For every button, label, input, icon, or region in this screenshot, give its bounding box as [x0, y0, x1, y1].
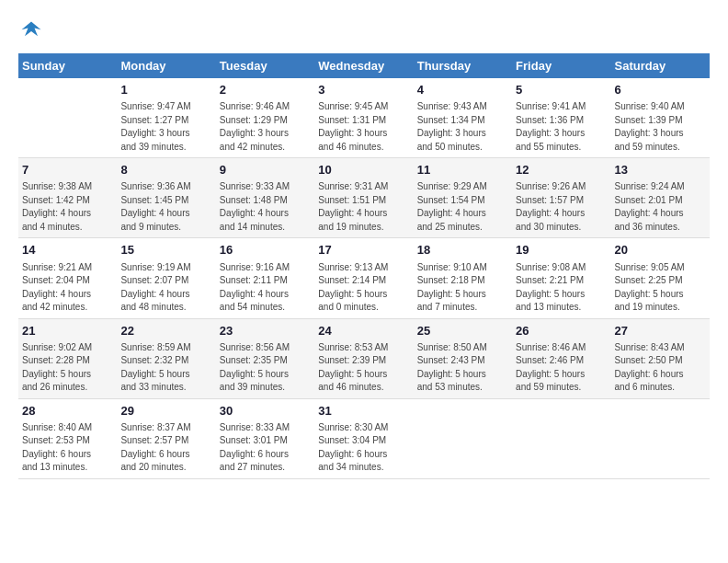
day-number: 16 [220, 242, 311, 259]
day-number: 28 [22, 403, 113, 419]
day-number: 17 [318, 242, 409, 259]
calendar-cell: 26Sunrise: 8:46 AM Sunset: 2:46 PM Dayli… [512, 318, 610, 398]
calendar-cell: 3Sunrise: 9:45 AM Sunset: 1:31 PM Daylig… [314, 78, 413, 158]
calendar-week-row: 1Sunrise: 9:47 AM Sunset: 1:27 PM Daylig… [18, 78, 710, 158]
day-info: Sunrise: 9:41 AM Sunset: 1:36 PM Dayligh… [516, 100, 607, 154]
page-header [18, 18, 710, 44]
day-number: 13 [615, 162, 706, 178]
calendar-cell: 12Sunrise: 9:26 AM Sunset: 1:57 PM Dayli… [512, 158, 610, 238]
day-number: 22 [120, 323, 211, 339]
day-number: 27 [615, 323, 706, 339]
weekday-header-wednesday: Wednesday [314, 53, 413, 78]
calendar-cell: 16Sunrise: 9:16 AM Sunset: 2:11 PM Dayli… [216, 238, 314, 318]
day-info: Sunrise: 8:53 AM Sunset: 2:39 PM Dayligh… [318, 341, 409, 395]
day-info: Sunrise: 9:47 AM Sunset: 1:27 PM Dayligh… [120, 100, 211, 154]
day-info: Sunrise: 8:50 AM Sunset: 2:43 PM Dayligh… [417, 341, 508, 395]
day-info: Sunrise: 9:31 AM Sunset: 1:51 PM Dayligh… [318, 180, 409, 234]
day-number: 24 [318, 323, 409, 339]
day-number: 14 [22, 242, 113, 259]
calendar-header: SundayMondayTuesdayWednesdayThursdayFrid… [18, 53, 710, 78]
calendar-cell: 14Sunrise: 9:21 AM Sunset: 2:04 PM Dayli… [18, 238, 117, 318]
day-info: Sunrise: 9:16 AM Sunset: 2:11 PM Dayligh… [220, 261, 311, 315]
calendar-cell: 30Sunrise: 8:33 AM Sunset: 3:01 PM Dayli… [216, 398, 314, 478]
logo [18, 18, 48, 44]
day-info: Sunrise: 8:46 AM Sunset: 2:46 PM Dayligh… [516, 341, 607, 395]
calendar-cell: 15Sunrise: 9:19 AM Sunset: 2:07 PM Dayli… [117, 238, 215, 318]
calendar-cell: 5Sunrise: 9:41 AM Sunset: 1:36 PM Daylig… [512, 78, 610, 158]
day-number: 3 [318, 82, 409, 98]
calendar-cell: 13Sunrise: 9:24 AM Sunset: 2:01 PM Dayli… [611, 158, 710, 238]
day-info: Sunrise: 9:19 AM Sunset: 2:07 PM Dayligh… [120, 261, 211, 315]
calendar-cell: 10Sunrise: 9:31 AM Sunset: 1:51 PM Dayli… [314, 158, 413, 238]
day-info: Sunrise: 9:24 AM Sunset: 2:01 PM Dayligh… [615, 180, 706, 234]
day-number: 18 [417, 242, 508, 259]
calendar-cell: 27Sunrise: 8:43 AM Sunset: 2:50 PM Dayli… [611, 318, 710, 398]
day-number: 21 [22, 323, 113, 339]
calendar-cell: 9Sunrise: 9:33 AM Sunset: 1:48 PM Daylig… [216, 158, 314, 238]
weekday-header-saturday: Saturday [611, 53, 710, 78]
calendar-cell [18, 78, 117, 158]
weekday-header-sunday: Sunday [18, 53, 117, 78]
logo-icon [18, 18, 44, 44]
day-number: 20 [615, 242, 706, 259]
calendar-week-row: 21Sunrise: 9:02 AM Sunset: 2:28 PM Dayli… [18, 318, 710, 398]
day-info: Sunrise: 8:30 AM Sunset: 3:04 PM Dayligh… [318, 421, 409, 475]
day-number: 30 [220, 403, 311, 419]
day-info: Sunrise: 9:13 AM Sunset: 2:14 PM Dayligh… [318, 261, 409, 315]
day-number: 29 [120, 403, 211, 419]
calendar-cell [611, 398, 710, 478]
weekday-header-friday: Friday [512, 53, 610, 78]
day-info: Sunrise: 9:46 AM Sunset: 1:29 PM Dayligh… [220, 100, 311, 154]
calendar-cell: 1Sunrise: 9:47 AM Sunset: 1:27 PM Daylig… [117, 78, 215, 158]
calendar-cell: 7Sunrise: 9:38 AM Sunset: 1:42 PM Daylig… [18, 158, 117, 238]
calendar-cell: 23Sunrise: 8:56 AM Sunset: 2:35 PM Dayli… [216, 318, 314, 398]
day-number: 23 [220, 323, 311, 339]
day-number: 25 [417, 323, 508, 339]
calendar-cell: 18Sunrise: 9:10 AM Sunset: 2:18 PM Dayli… [414, 238, 512, 318]
calendar-cell: 21Sunrise: 9:02 AM Sunset: 2:28 PM Dayli… [18, 318, 117, 398]
day-info: Sunrise: 9:33 AM Sunset: 1:48 PM Dayligh… [220, 180, 311, 234]
day-info: Sunrise: 8:59 AM Sunset: 2:32 PM Dayligh… [120, 341, 211, 395]
day-number: 12 [516, 162, 607, 178]
day-info: Sunrise: 9:45 AM Sunset: 1:31 PM Dayligh… [318, 100, 409, 154]
calendar-cell: 28Sunrise: 8:40 AM Sunset: 2:53 PM Dayli… [18, 398, 117, 478]
calendar-cell: 19Sunrise: 9:08 AM Sunset: 2:21 PM Dayli… [512, 238, 610, 318]
calendar-cell: 11Sunrise: 9:29 AM Sunset: 1:54 PM Dayli… [414, 158, 512, 238]
day-number: 1 [120, 82, 211, 98]
day-info: Sunrise: 9:02 AM Sunset: 2:28 PM Dayligh… [22, 341, 113, 395]
calendar-cell: 22Sunrise: 8:59 AM Sunset: 2:32 PM Dayli… [117, 318, 215, 398]
day-info: Sunrise: 9:21 AM Sunset: 2:04 PM Dayligh… [22, 261, 113, 315]
day-info: Sunrise: 8:43 AM Sunset: 2:50 PM Dayligh… [615, 341, 706, 395]
weekday-header-thursday: Thursday [414, 53, 512, 78]
day-info: Sunrise: 8:33 AM Sunset: 3:01 PM Dayligh… [220, 421, 311, 475]
calendar-cell: 17Sunrise: 9:13 AM Sunset: 2:14 PM Dayli… [314, 238, 413, 318]
day-number: 11 [417, 162, 508, 178]
calendar-body: 1Sunrise: 9:47 AM Sunset: 1:27 PM Daylig… [18, 78, 710, 478]
day-number: 10 [318, 162, 409, 178]
calendar-cell: 24Sunrise: 8:53 AM Sunset: 2:39 PM Dayli… [314, 318, 413, 398]
calendar-week-row: 7Sunrise: 9:38 AM Sunset: 1:42 PM Daylig… [18, 158, 710, 238]
calendar-cell: 25Sunrise: 8:50 AM Sunset: 2:43 PM Dayli… [414, 318, 512, 398]
day-info: Sunrise: 9:40 AM Sunset: 1:39 PM Dayligh… [615, 100, 706, 154]
day-info: Sunrise: 8:56 AM Sunset: 2:35 PM Dayligh… [220, 341, 311, 395]
day-number: 15 [120, 242, 211, 259]
day-info: Sunrise: 9:29 AM Sunset: 1:54 PM Dayligh… [417, 180, 508, 234]
day-number: 5 [516, 82, 607, 98]
day-number: 31 [318, 403, 409, 419]
svg-marker-0 [22, 22, 41, 37]
calendar-cell: 8Sunrise: 9:36 AM Sunset: 1:45 PM Daylig… [117, 158, 215, 238]
calendar-cell: 6Sunrise: 9:40 AM Sunset: 1:39 PM Daylig… [611, 78, 710, 158]
day-info: Sunrise: 9:43 AM Sunset: 1:34 PM Dayligh… [417, 100, 508, 154]
calendar-cell: 4Sunrise: 9:43 AM Sunset: 1:34 PM Daylig… [414, 78, 512, 158]
day-number: 8 [120, 162, 211, 178]
day-info: Sunrise: 9:26 AM Sunset: 1:57 PM Dayligh… [516, 180, 607, 234]
day-number: 6 [615, 82, 706, 98]
calendar-week-row: 28Sunrise: 8:40 AM Sunset: 2:53 PM Dayli… [18, 398, 710, 478]
day-number: 7 [22, 162, 113, 178]
calendar-cell: 29Sunrise: 8:37 AM Sunset: 2:57 PM Dayli… [117, 398, 215, 478]
day-info: Sunrise: 9:08 AM Sunset: 2:21 PM Dayligh… [516, 261, 607, 315]
day-number: 26 [516, 323, 607, 339]
weekday-header-monday: Monday [117, 53, 215, 78]
day-info: Sunrise: 9:05 AM Sunset: 2:25 PM Dayligh… [615, 261, 706, 315]
day-info: Sunrise: 8:37 AM Sunset: 2:57 PM Dayligh… [120, 421, 211, 475]
